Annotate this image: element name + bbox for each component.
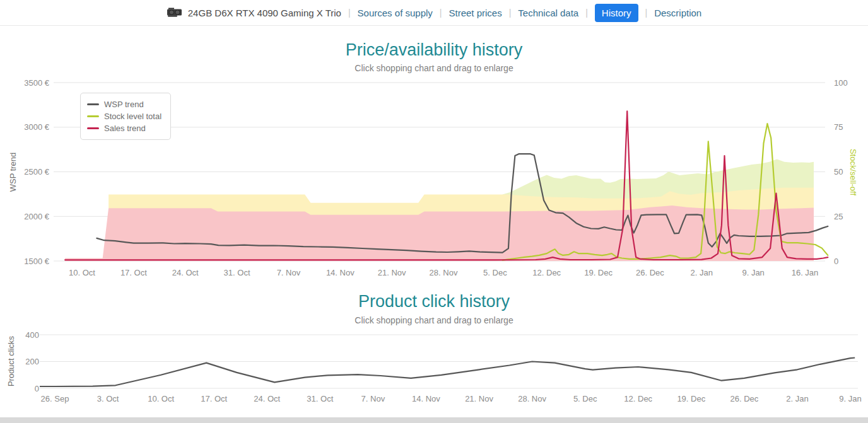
right-axis-tick-label: 50 xyxy=(834,167,843,177)
footer-strip xyxy=(0,417,868,423)
product-clicks-line xyxy=(40,358,855,387)
tab-description[interactable]: Description xyxy=(654,8,701,18)
tab-sources-of-supply[interactable]: Sources of supply xyxy=(358,8,433,18)
legend-label: Sales trend xyxy=(104,124,146,133)
nav-separator: | xyxy=(585,8,588,18)
x-axis-tick-label: 24. Oct xyxy=(254,394,280,403)
x-axis-tick-label: 31. Oct xyxy=(224,268,250,277)
x-axis-tick-label: 12. Dec xyxy=(532,268,561,277)
nav-separator: | xyxy=(509,8,512,18)
legend-item-sales-trend[interactable]: Sales trend xyxy=(87,122,161,134)
legend-label: WSP trend xyxy=(104,100,144,109)
x-axis-tick-label: 28. Nov xyxy=(518,394,546,403)
legend-item-wsp-trend[interactable]: WSP trend xyxy=(87,98,161,110)
clicks-chart-subtitle: Click shopping chart and drag to enlarge xyxy=(0,315,868,325)
clicks-axis-tick-label: 400 xyxy=(25,330,39,340)
x-axis-tick-label: 2. Jan xyxy=(691,268,713,277)
left-axis-tick-label: 3500 € xyxy=(24,78,50,88)
sales-trend-swatch xyxy=(87,127,99,129)
x-axis-tick-label: 26. Dec xyxy=(730,394,758,403)
tab-street-prices[interactable]: Street prices xyxy=(449,8,501,18)
nav-separator: | xyxy=(645,8,648,18)
product-image xyxy=(167,7,183,18)
x-axis-tick-label: 26. Sep xyxy=(41,394,69,403)
x-axis-tick-label: 9. Jan xyxy=(839,394,861,403)
x-axis-tick-label: 14. Nov xyxy=(326,268,355,277)
legend-item-stock-level[interactable]: Stock level total xyxy=(87,110,161,122)
x-axis-tick-label: 31. Oct xyxy=(307,394,333,403)
x-axis-tick-label: 17. Oct xyxy=(120,268,147,277)
left-axis-tick-label: 3000 € xyxy=(24,122,50,132)
x-axis-tick-label: 14. Nov xyxy=(412,394,440,403)
left-axis-tick-label: 1500 € xyxy=(24,257,50,266)
x-axis-tick-label: 28. Nov xyxy=(430,268,458,277)
product-clicks-axis-label: Product clicks xyxy=(6,336,16,386)
x-axis-tick-label: 21. Nov xyxy=(378,268,406,277)
x-axis-tick-label: 10. Oct xyxy=(69,268,95,277)
x-axis-tick-label: 12. Dec xyxy=(624,394,652,403)
nav-separator: | xyxy=(440,8,442,18)
x-axis-tick-label: 21. Nov xyxy=(465,394,493,403)
right-axis-tick-label: 25 xyxy=(834,212,843,221)
top-nav: 24GB D6X RTX 4090 Gaming X Trio | Source… xyxy=(0,0,868,26)
x-axis-tick-label: 26. Dec xyxy=(636,268,664,277)
x-axis-tick-label: 9. Jan xyxy=(742,268,764,277)
right-axis-tick-label: 0 xyxy=(834,257,838,266)
clicks-axis-tick-label: 0 xyxy=(35,384,39,393)
x-axis-tick-label: 24. Oct xyxy=(172,268,199,277)
x-axis-tick-label: 5. Dec xyxy=(573,394,597,403)
right-axis-tick-label: 75 xyxy=(834,122,843,132)
price-chart-subtitle: Click shopping chart and drag to enlarge xyxy=(0,63,868,73)
x-axis-tick-label: 16. Jan xyxy=(792,268,819,277)
right-axis-tick-label: 100 xyxy=(834,78,848,88)
wsp-trend-swatch xyxy=(87,103,99,105)
clicks-chart-title: Product click history xyxy=(0,292,868,311)
wsp-trend-axis-label: WSP trend xyxy=(8,153,18,192)
price-chart-legend: WSP trend Stock level total Sales trend xyxy=(80,93,171,140)
x-axis-tick-label: 5. Dec xyxy=(483,268,507,277)
x-axis-tick-label: 7. Nov xyxy=(361,394,385,403)
product-title: 24GB D6X RTX 4090 Gaming X Trio xyxy=(188,8,341,18)
legend-label: Stock level total xyxy=(104,112,161,121)
nav-separator: | xyxy=(348,8,351,18)
x-axis-tick-label: 3. Oct xyxy=(97,394,119,403)
left-axis-tick-label: 2500 € xyxy=(24,167,50,177)
x-axis-tick-label: 7. Nov xyxy=(277,268,301,277)
x-axis-tick-label: 2. Jan xyxy=(786,394,808,403)
left-axis-tick-label: 2000 € xyxy=(24,212,50,221)
x-axis-tick-label: 19. Dec xyxy=(677,394,705,403)
x-axis-tick-label: 10. Oct xyxy=(148,394,174,403)
stock-level-swatch xyxy=(87,115,99,117)
x-axis-tick-label: 19. Dec xyxy=(584,268,613,277)
price-chart-title: Price/availability history xyxy=(0,40,868,60)
stock-selloff-axis-label: Stock/sell-off xyxy=(848,149,858,195)
x-axis-tick-label: 17. Oct xyxy=(201,394,227,403)
clicks-axis-tick-label: 200 xyxy=(25,357,39,366)
tab-history[interactable]: History xyxy=(595,4,638,22)
tab-technical-data[interactable]: Technical data xyxy=(518,8,578,18)
